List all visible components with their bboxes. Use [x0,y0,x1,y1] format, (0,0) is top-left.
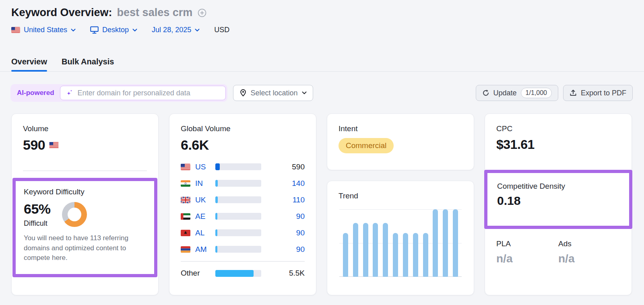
trend-bar [393,233,398,277]
volume-title: Volume [23,124,147,133]
date-filter[interactable]: Jul 28, 2025 [152,26,200,34]
us-flag-icon [11,27,20,33]
country-volume-value: 110 [261,196,305,204]
keyword-difficulty-highlight-box: Keyword Difficulty 65% Difficult You wil… [12,178,157,277]
update-button[interactable]: Update 1/1,000 [476,85,558,101]
metrics-grid: Volume 590 Keyword Difficulty 65% Diffic… [11,113,632,295]
armenia-flag-icon [181,246,190,253]
country-code: US [195,163,212,171]
chevron-down-icon [132,29,137,32]
refresh-icon [482,89,489,97]
trend-bar [383,223,388,277]
trend-bar [403,233,408,277]
export-pdf-label: Export to PDF [581,89,626,97]
country-code: IN [195,179,212,188]
tab-bar: Overview Bulk Analysis [0,52,644,72]
trend-bar [453,209,458,277]
trend-bar [443,209,448,277]
keyword-difficulty-donut-chart [62,202,87,227]
currency-label: USD [214,26,229,34]
domain-input[interactable] [78,89,220,97]
country-volume-row: AM 90 [181,241,305,258]
desktop-monitor-icon [90,26,99,34]
country-volume-bar [215,196,261,203]
country-volume-value: 90 [261,212,305,221]
trend-card: Trend [327,181,474,295]
select-location-dropdown[interactable]: Select location [233,85,313,101]
trend-bar [423,233,428,277]
tab-overview[interactable]: Overview [11,52,47,71]
chevron-down-icon [71,29,76,32]
update-button-label: Update [493,89,517,97]
trend-bar [353,223,358,277]
country-volume-value: 140 [261,179,305,188]
card-divider [23,171,147,171]
uae-flag-icon [181,213,190,220]
global-volume-title: Global Volume [181,124,305,133]
country-volume-list: US 590 IN 140 UK 110 [181,159,305,258]
intent-title: Intent [339,124,462,133]
country-volume-bar [215,246,261,253]
india-flag-icon [181,180,190,187]
competitive-density-title: Competitive Density [497,182,619,191]
trend-bar [413,233,418,277]
select-location-label: Select location [251,89,298,97]
export-upload-icon [570,89,577,97]
country-code: UK [195,196,212,204]
cpc-value: $31.61 [496,137,620,152]
uk-flag-icon [181,197,190,203]
export-pdf-button[interactable]: Export to PDF [563,85,633,101]
country-volume-bar [215,229,261,236]
trend-bar [433,209,438,277]
chevron-down-icon [302,91,307,95]
cpc-title: CPC [496,124,620,133]
cpc-card: CPC $31.61 Competitive Density 0.18 PLA … [485,113,632,295]
competitive-density-highlight-box: Competitive Density 0.18 [484,170,632,229]
country-volume-row: IN 140 [181,175,305,192]
other-volume-bar [215,270,261,277]
volume-value: 590 [23,137,45,153]
ai-powered-badge: AI-powered [17,89,54,97]
us-flag-icon [49,142,59,148]
keyword-difficulty-description: You will need to have 113 referring doma… [24,233,148,263]
trend-bar [343,233,348,277]
other-volume-value: 5.5K [261,269,305,278]
keyword-difficulty-label: Difficult [24,219,51,228]
ads-title: Ads [558,239,620,248]
country-code: AE [195,212,212,221]
filter-bar: United States Desktop Jul 28, 2025 USD [11,26,229,34]
global-volume-card: Global Volume 6.6K US 590 IN 140 [169,113,316,295]
country-volume-value: 90 [261,245,305,254]
toolbar: AI-powered Select location Update 1/1,00… [10,84,633,102]
country-code: AL [195,229,212,237]
country-volume-bar [215,163,261,170]
intent-badge: Commercial [339,138,394,153]
device-filter-label: Desktop [102,26,129,34]
keyword-difficulty-title: Keyword Difficulty [24,188,146,196]
competitive-density-value: 0.18 [497,194,619,208]
pla-value: n/a [496,252,558,265]
country-filter[interactable]: United States [11,26,76,34]
tab-bulk-analysis[interactable]: Bulk Analysis [62,52,114,71]
country-volume-bar [215,180,261,187]
country-volume-value: 590 [261,163,305,171]
other-label: Other [181,269,212,278]
device-filter[interactable]: Desktop [90,26,137,34]
albania-flag-icon [181,230,190,236]
keyword-difficulty-value: 65% [24,201,51,217]
trend-bar [363,223,368,277]
add-keyword-button[interactable] [197,8,207,18]
country-volume-row: AE 90 [181,208,305,225]
trend-bars [339,209,462,277]
domain-input-wrap [60,86,226,100]
country-filter-label: United States [24,26,67,34]
country-volume-value: 90 [261,229,305,237]
country-volume-bar [215,213,261,220]
volume-kd-card: Volume 590 Keyword Difficulty 65% Diffic… [11,113,159,295]
pla-ads-section: PLA n/a Ads n/a [496,239,620,265]
country-volume-row: US 590 [181,159,305,175]
country-code: AM [195,245,212,254]
country-volume-row: UK 110 [181,192,305,208]
plus-circle-icon [197,8,207,18]
page-header: Keyword Overview: best sales crm [11,6,207,19]
